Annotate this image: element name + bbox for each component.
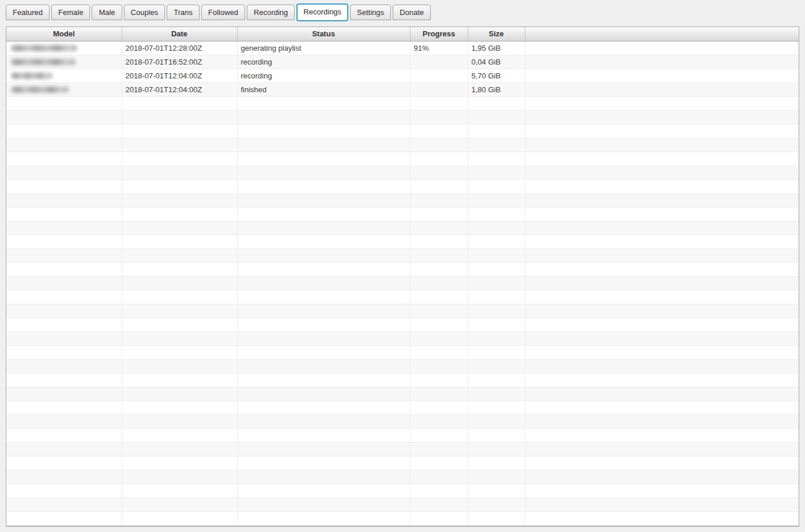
empty-cell (468, 345, 525, 359)
status-cell[interactable]: generating playlist (237, 41, 410, 55)
empty-cell (237, 110, 410, 124)
empty-cell (6, 484, 122, 497)
empty-cell (468, 359, 525, 373)
empty-row (6, 414, 799, 428)
tab-recording[interactable]: Recording (247, 5, 295, 20)
tab-trans[interactable]: Trans (167, 5, 200, 20)
empty-cell (237, 221, 410, 235)
empty-row (6, 442, 799, 456)
empty-cell (525, 318, 799, 331)
empty-cell (525, 110, 799, 124)
empty-cell (468, 428, 525, 442)
empty-cell (6, 428, 122, 442)
table-row[interactable]: 2018-07-01T16:52:00Zrecording0,04 GiB (6, 55, 799, 69)
table-row[interactable]: 2018-07-01T12:04:00Zfinished1,80 GiB (6, 82, 799, 96)
empty-row (6, 511, 799, 525)
status-cell[interactable]: recording (237, 55, 410, 69)
empty-cell (237, 248, 410, 262)
empty-cell (468, 207, 525, 221)
model-cell[interactable] (6, 69, 122, 82)
column-header-model[interactable]: Model (6, 27, 122, 41)
empty-cell (237, 442, 410, 456)
empty-cell (410, 401, 468, 414)
date-cell[interactable]: 2018-07-01T16:52:00Z (122, 55, 237, 69)
empty-cell (468, 221, 525, 235)
empty-cell (237, 290, 410, 304)
size-cell[interactable]: 1,95 GiB (468, 41, 525, 55)
empty-row (6, 276, 799, 290)
empty-cell (525, 138, 799, 152)
tab-settings[interactable]: Settings (350, 5, 391, 20)
tab-donate[interactable]: Donate (393, 5, 431, 20)
tab-label: Female (58, 8, 83, 17)
size-cell[interactable]: 5,70 GiB (468, 69, 525, 82)
empty-row (6, 345, 799, 359)
empty-row (6, 207, 799, 221)
empty-cell (468, 511, 525, 525)
model-cell[interactable] (6, 55, 122, 69)
empty-cell (410, 235, 468, 248)
status-cell[interactable]: finished (237, 82, 410, 96)
date-cell[interactable]: 2018-07-01T12:04:00Z (122, 69, 237, 82)
redacted-model-name (11, 73, 52, 79)
column-header-size[interactable]: Size (468, 27, 525, 41)
empty-row (6, 373, 799, 387)
empty-cell (237, 262, 410, 276)
empty-row (6, 428, 799, 442)
empty-cell (6, 304, 122, 318)
empty-cell (6, 235, 122, 248)
empty-cell (410, 345, 468, 359)
empty-cell (122, 96, 237, 110)
empty-cell (122, 152, 237, 165)
empty-row (6, 96, 799, 110)
empty-cell (468, 110, 525, 124)
tab-male[interactable]: Male (92, 5, 122, 20)
model-cell[interactable] (6, 41, 122, 55)
empty-cell (122, 345, 237, 359)
empty-cell (237, 124, 410, 138)
model-cell[interactable] (6, 82, 122, 96)
empty-cell (410, 511, 468, 525)
tab-female[interactable]: Female (51, 5, 90, 20)
empty-cell (237, 304, 410, 318)
tab-featured[interactable]: Featured (6, 5, 50, 20)
empty-cell (122, 248, 237, 262)
size-cell[interactable]: 1,80 GiB (468, 82, 525, 96)
empty-cell (122, 276, 237, 290)
empty-cell (122, 221, 237, 235)
progress-cell[interactable] (410, 69, 468, 82)
empty-cell (525, 331, 799, 345)
tab-label: Donate (400, 8, 424, 17)
empty-cell (525, 262, 799, 276)
empty-cell (468, 248, 525, 262)
tab-recordings[interactable]: Recordings (296, 3, 348, 21)
empty-cell (237, 331, 410, 345)
progress-cell[interactable] (410, 55, 468, 69)
date-cell[interactable]: 2018-07-01T12:04:00Z (122, 82, 237, 96)
table-row[interactable]: 2018-07-01T12:04:00Zrecording5,70 GiB (6, 69, 799, 82)
empty-cell (6, 290, 122, 304)
tab-label: Settings (357, 8, 384, 17)
date-cell[interactable]: 2018-07-01T12:28:00Z (122, 41, 237, 55)
column-header-status[interactable]: Status (237, 27, 410, 41)
empty-row (6, 235, 799, 248)
empty-cell (410, 152, 468, 165)
table-row[interactable]: 2018-07-01T12:28:00Zgenerating playlist9… (6, 41, 799, 55)
progress-cell[interactable] (410, 82, 468, 96)
empty-cell (122, 193, 237, 207)
size-cell[interactable]: 0,04 GiB (468, 55, 525, 69)
empty-cell (410, 373, 468, 387)
tab-followed[interactable]: Followed (201, 5, 245, 20)
table-header-row: ModelDateStatusProgressSize (6, 27, 799, 41)
status-cell[interactable]: recording (237, 69, 410, 82)
empty-cell (410, 193, 468, 207)
empty-cell (410, 290, 468, 304)
empty-cell (468, 456, 525, 470)
empty-cell (410, 428, 468, 442)
column-header-date[interactable]: Date (122, 27, 237, 41)
tab-couples[interactable]: Couples (124, 5, 165, 20)
empty-cell (525, 290, 799, 304)
progress-cell[interactable]: 91% (410, 41, 468, 55)
empty-cell (410, 456, 468, 470)
column-header-progress[interactable]: Progress (410, 27, 468, 41)
